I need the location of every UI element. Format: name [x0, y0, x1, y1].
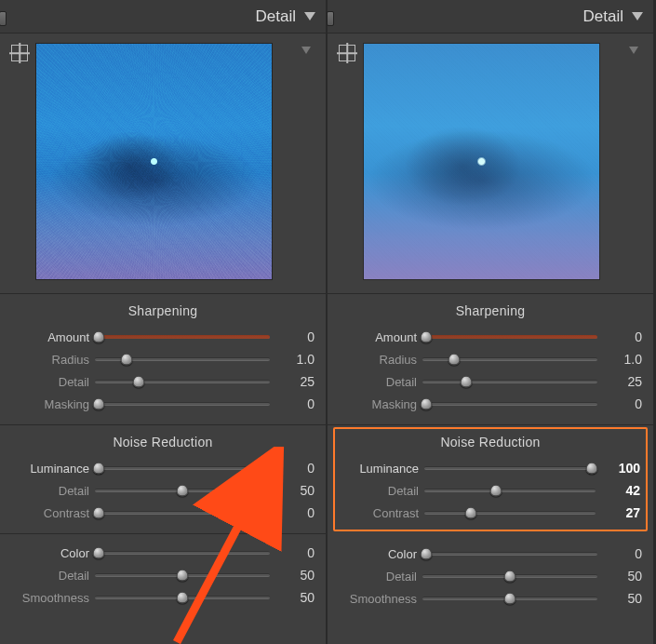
svg-marker-5 — [629, 47, 638, 54]
slider-row-color: Color 0 — [339, 543, 642, 565]
panel-header[interactable]: Detail — [0, 0, 326, 34]
slider-color[interactable] — [422, 547, 597, 560]
slider-masking[interactable] — [422, 397, 597, 410]
slider-thumb[interactable] — [504, 570, 516, 583]
slider-color[interactable] — [95, 546, 270, 559]
slider-sharpen-detail[interactable] — [422, 375, 597, 388]
slider-value[interactable]: 100 — [601, 461, 640, 476]
slider-thumb[interactable] — [177, 570, 189, 582]
slider-row-amount: Amount 0 — [339, 326, 642, 348]
slider-value[interactable]: 0 — [275, 329, 315, 344]
slider-smoothness[interactable] — [422, 592, 597, 605]
slider-amount[interactable] — [422, 330, 597, 343]
chevron-down-icon[interactable] — [631, 12, 644, 21]
slider-thumb[interactable] — [420, 331, 432, 343]
slider-masking[interactable] — [95, 397, 270, 410]
slider-value[interactable]: 50 — [603, 569, 642, 584]
slider-amount[interactable] — [95, 330, 270, 343]
slider-thumb[interactable] — [504, 593, 516, 605]
slider-value[interactable]: 0 — [603, 396, 642, 411]
slider-luminance[interactable] — [95, 462, 270, 475]
slider-label: Smoothness — [339, 592, 417, 606]
slider-value[interactable]: 0 — [603, 329, 642, 344]
slider-value[interactable]: 27 — [601, 505, 640, 520]
slider-value[interactable]: 50 — [603, 591, 642, 606]
slider-value[interactable]: 50 — [275, 590, 315, 605]
slider-value[interactable]: 50 — [275, 483, 315, 498]
slider-nr-contrast[interactable] — [424, 506, 596, 519]
slider-value[interactable]: 0 — [275, 545, 315, 560]
slider-radius[interactable] — [422, 353, 597, 366]
slider-radius[interactable] — [95, 353, 270, 366]
slider-thumb[interactable] — [464, 507, 476, 519]
slider-row-nr-contrast: Contrast 27 — [341, 502, 640, 524]
slider-thumb[interactable] — [92, 398, 104, 410]
slider-value[interactable]: 42 — [601, 483, 640, 498]
slider-thumb[interactable] — [92, 507, 104, 519]
slider-row-color-detail: Detail 50 — [339, 565, 642, 587]
svg-marker-1 — [301, 47, 311, 54]
slider-label: Color — [11, 546, 89, 560]
slider-value[interactable]: 0 — [275, 505, 315, 520]
preview-disclosure-icon[interactable] — [629, 45, 638, 56]
slider-thumb[interactable] — [461, 376, 473, 388]
slider-thumb[interactable] — [92, 463, 104, 475]
slider-value[interactable]: 0 — [275, 461, 315, 476]
color-noise-section: Color 0 Detail 50 Smoothness 50 — [0, 534, 326, 618]
slider-nr-contrast[interactable] — [95, 506, 270, 519]
slider-nr-detail[interactable] — [95, 484, 270, 497]
slider-thumb[interactable] — [133, 376, 145, 388]
slider-nr-detail[interactable] — [424, 484, 596, 497]
slider-label: Detail — [339, 570, 417, 584]
slider-thumb[interactable] — [490, 485, 502, 497]
slider-label: Radius — [11, 353, 89, 367]
slider-color-detail[interactable] — [95, 569, 270, 582]
slider-color-detail[interactable] — [422, 570, 597, 583]
slider-row-amount: Amount 0 — [11, 326, 315, 348]
slider-thumb[interactable] — [448, 354, 460, 366]
panel-switch-icon[interactable] — [327, 11, 334, 26]
slider-thumb[interactable] — [92, 331, 104, 343]
slider-thumb[interactable] — [586, 463, 598, 475]
preview-section — [0, 34, 326, 294]
slider-thumb[interactable] — [420, 548, 432, 560]
slider-value[interactable]: 1.0 — [603, 352, 642, 367]
slider-label: Masking — [339, 397, 417, 411]
panel-title: Detail — [583, 7, 623, 26]
slider-smoothness[interactable] — [95, 591, 270, 604]
slider-value[interactable]: 0 — [603, 546, 642, 561]
slider-label: Luminance — [11, 462, 89, 476]
target-picker-icon[interactable] — [11, 45, 28, 61]
slider-thumb[interactable] — [177, 592, 189, 604]
preview-section — [328, 34, 653, 294]
slider-thumb[interactable] — [177, 485, 189, 497]
slider-label: Color — [339, 547, 417, 561]
panel-switch-icon[interactable] — [0, 11, 7, 26]
slider-label: Luminance — [341, 462, 419, 476]
slider-thumb[interactable] — [420, 398, 432, 410]
slider-luminance[interactable] — [424, 462, 596, 475]
slider-row-color: Color 0 — [11, 542, 315, 564]
target-picker-icon[interactable] — [339, 45, 355, 61]
slider-value[interactable]: 25 — [275, 374, 315, 389]
detail-preview[interactable] — [35, 43, 273, 280]
noise-reduction-highlight: Noise Reduction Luminance 100 Detail 42 … — [333, 427, 648, 531]
slider-row-radius: Radius 1.0 — [11, 348, 315, 370]
slider-row-smoothness: Smoothness 50 — [11, 586, 315, 609]
detail-preview[interactable] — [363, 43, 600, 280]
chevron-down-icon[interactable] — [303, 12, 316, 21]
slider-label: Contrast — [11, 506, 89, 520]
slider-value[interactable]: 25 — [603, 374, 642, 389]
slider-thumb[interactable] — [120, 354, 132, 366]
slider-value[interactable]: 1.0 — [275, 352, 315, 367]
slider-value[interactable]: 50 — [275, 568, 315, 583]
slider-label: Radius — [339, 353, 417, 367]
slider-row-luminance: Luminance 100 — [341, 457, 640, 479]
slider-value[interactable]: 0 — [275, 396, 315, 411]
slider-sharpen-detail[interactable] — [95, 375, 270, 388]
slider-thumb[interactable] — [92, 547, 104, 559]
slider-label: Contrast — [341, 506, 419, 520]
slider-row-masking: Masking 0 — [339, 393, 642, 415]
preview-disclosure-icon[interactable] — [301, 45, 311, 56]
panel-header[interactable]: Detail — [328, 0, 653, 34]
